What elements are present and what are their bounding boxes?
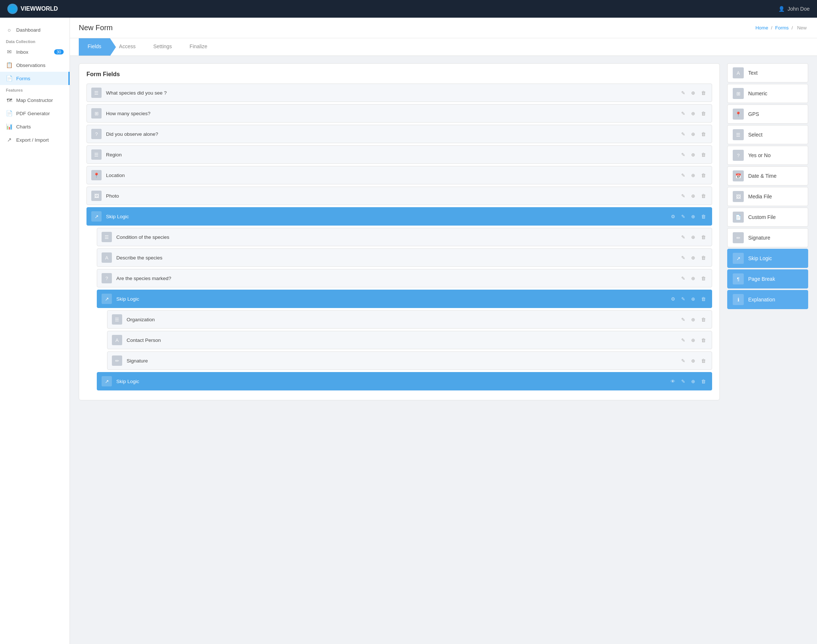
copy-button[interactable]: ⊕ xyxy=(690,192,697,199)
edit-button[interactable]: ✎ xyxy=(680,254,687,261)
copy-button[interactable]: ⊕ xyxy=(690,110,697,117)
sidebar-item-forms[interactable]: 📄 Forms xyxy=(0,72,69,85)
field-type-page-break[interactable]: ¶ Page Break xyxy=(727,269,808,288)
edit-button[interactable]: ✎ xyxy=(680,275,687,282)
copy-button[interactable]: ⊕ xyxy=(690,130,697,138)
tab-settings[interactable]: Settings xyxy=(144,38,181,55)
copy-button[interactable]: ⊕ xyxy=(690,296,697,302)
edit-button[interactable]: ✎ xyxy=(680,213,687,220)
field-type-select[interactable]: ☰ Select xyxy=(727,125,808,144)
tab-fields[interactable]: Fields xyxy=(79,38,110,55)
text-type-icon: A xyxy=(733,67,744,78)
brand-name: VIEWWORLD xyxy=(21,6,58,12)
sidebar-item-inbox[interactable]: ✉ Inbox 30 xyxy=(0,45,69,58)
field-type-signature[interactable]: ✏ Signature xyxy=(727,228,808,247)
settings-button[interactable]: ⚙ xyxy=(670,296,677,302)
copy-button[interactable]: ⊕ xyxy=(690,213,697,220)
gps-type-icon: 📍 xyxy=(733,109,744,120)
delete-button[interactable]: 🗑 xyxy=(700,337,707,344)
edit-button[interactable]: ✎ xyxy=(680,316,687,323)
copy-button[interactable]: ⊕ xyxy=(690,275,697,282)
dashboard-icon: ○ xyxy=(6,27,12,33)
yesno-type-label: Yes or No xyxy=(748,152,771,158)
field-actions: ✎ ⊕ 🗑 xyxy=(680,89,707,97)
edit-button[interactable]: ✎ xyxy=(680,172,687,179)
delete-button[interactable]: 🗑 xyxy=(700,378,707,385)
delete-button[interactable]: 🗑 xyxy=(700,213,707,220)
datetime-type-label: Date & Time xyxy=(748,173,777,179)
delete-button[interactable]: 🗑 xyxy=(700,151,707,158)
skip-type-label: Skip Logic xyxy=(748,255,772,261)
copy-button[interactable]: ⊕ xyxy=(690,254,697,261)
copy-button[interactable]: ⊕ xyxy=(690,89,697,97)
field-type-media-file[interactable]: 🖼 Media File xyxy=(727,187,808,206)
edit-button[interactable]: ✎ xyxy=(680,192,687,199)
copy-button[interactable]: ⊕ xyxy=(690,151,697,158)
edit-button[interactable]: ✎ xyxy=(680,110,687,117)
field-type-datetime[interactable]: 📅 Date & Time xyxy=(727,166,808,186)
delete-button[interactable]: 🗑 xyxy=(700,130,707,138)
main-content: New Form Home / Forms / New Fields Acces… xyxy=(70,18,817,644)
edit-button[interactable]: ✎ xyxy=(680,89,687,97)
field-type-skip-logic[interactable]: ↗ Skip Logic xyxy=(727,249,808,268)
field-actions: ✎ ⊕ 🗑 xyxy=(680,337,707,344)
field-type-gps[interactable]: 📍 GPS xyxy=(727,104,808,124)
sidebar-item-map-constructor[interactable]: 🗺 Map Constructor xyxy=(0,94,69,107)
tab-finalize[interactable]: Finalize xyxy=(181,38,216,55)
edit-button[interactable]: ✎ xyxy=(680,337,687,344)
copy-button[interactable]: ⊕ xyxy=(690,357,697,364)
copy-button[interactable]: ⊕ xyxy=(690,337,697,344)
delete-button[interactable]: 🗑 xyxy=(700,275,707,282)
brand-logo[interactable]: 🌐 VIEWWORLD xyxy=(8,4,58,14)
delete-button[interactable]: 🗑 xyxy=(700,316,707,323)
field-label: Condition of the species xyxy=(116,235,675,240)
copy-button[interactable]: ⊕ xyxy=(690,172,697,179)
edit-button[interactable]: ✎ xyxy=(680,234,687,241)
eye-button[interactable]: 👁 xyxy=(669,378,677,385)
edit-button[interactable]: ✎ xyxy=(680,357,687,364)
field-type-yes-no[interactable]: ? Yes or No xyxy=(727,146,808,165)
sidebar-item-pdf-generator[interactable]: 📄 PDF Generator xyxy=(0,107,69,120)
delete-button[interactable]: 🗑 xyxy=(700,296,707,302)
field-label: Region xyxy=(106,152,675,158)
delete-button[interactable]: 🗑 xyxy=(700,110,707,117)
delete-button[interactable]: 🗑 xyxy=(700,89,707,97)
field-type-text[interactable]: A Text xyxy=(727,63,808,83)
sidebar-item-export-import[interactable]: ↗ Export / Import xyxy=(0,133,69,146)
sidebar-item-charts[interactable]: 📊 Charts xyxy=(0,120,69,133)
sidebar-item-observations[interactable]: 📋 Observations xyxy=(0,58,69,72)
field-row-skip-logic-1: ↗ Skip Logic ⚙ ✎ ⊕ 🗑 xyxy=(86,207,712,225)
delete-button[interactable]: 🗑 xyxy=(700,357,707,364)
field-type-numeric[interactable]: ⊞ Numeric xyxy=(727,84,808,103)
delete-button[interactable]: 🗑 xyxy=(700,254,707,261)
field-icon-pin: 📍 xyxy=(91,170,101,180)
breadcrumb: Home / Forms / New xyxy=(756,25,808,31)
settings-button[interactable]: ⚙ xyxy=(670,213,677,220)
field-row-describe: A Describe the species ✎ ⊕ 🗑 xyxy=(97,248,712,267)
field-type-custom-file[interactable]: 📄 Custom File xyxy=(727,207,808,227)
breadcrumb-home[interactable]: Home xyxy=(756,25,768,31)
edit-button[interactable]: ✎ xyxy=(680,151,687,158)
field-icon-list: ☰ xyxy=(112,314,122,325)
field-types-panel: A Text ⊞ Numeric 📍 GPS ☰ Select ? xyxy=(727,63,808,400)
delete-button[interactable]: 🗑 xyxy=(700,192,707,199)
edit-button[interactable]: ✎ xyxy=(680,130,687,138)
user-menu[interactable]: 👤 John Doe xyxy=(779,6,809,12)
nested-fields-level2: ☰ Organization ✎ ⊕ 🗑 A Contact Person xyxy=(107,310,712,370)
delete-button[interactable]: 🗑 xyxy=(700,172,707,179)
section-features: Features xyxy=(0,85,69,94)
breadcrumb-forms[interactable]: Forms xyxy=(775,25,789,31)
copy-button[interactable]: ⊕ xyxy=(690,316,697,323)
field-type-explanation[interactable]: ℹ Explanation xyxy=(727,290,808,309)
delete-button[interactable]: 🗑 xyxy=(700,234,707,241)
copy-button[interactable]: ⊕ xyxy=(690,378,697,385)
yesno-type-icon: ? xyxy=(733,150,744,161)
sidebar-label-forms: Forms xyxy=(16,76,30,81)
sidebar-item-dashboard[interactable]: ○ Dashboard xyxy=(0,23,69,37)
charts-icon: 📊 xyxy=(6,123,12,130)
inbox-badge: 30 xyxy=(54,49,64,54)
edit-button[interactable]: ✎ xyxy=(680,296,687,302)
edit-button[interactable]: ✎ xyxy=(680,378,687,385)
field-row-region: ☰ Region ✎ ⊕ 🗑 xyxy=(86,146,712,164)
copy-button[interactable]: ⊕ xyxy=(690,234,697,241)
